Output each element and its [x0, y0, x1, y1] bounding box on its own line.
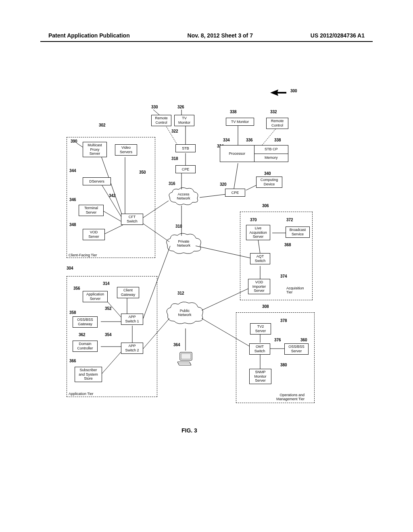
box-app-switch-1: APP Switch 1 [121, 314, 143, 325]
box-omt-switch: OMT Switch [249, 343, 270, 355]
ref-316: 316 [169, 181, 175, 186]
ref-342: 342 [109, 193, 116, 198]
box-app-switch-2: APP Switch 2 [121, 343, 143, 354]
tier-label-acquisition: Acquisition Tier [286, 286, 304, 294]
cloud-private-network: Private Network [165, 232, 203, 255]
box-cpe-1: CPE [175, 165, 196, 173]
cloud-public-network: Public Network [165, 300, 205, 325]
ref-366: 366 [69, 359, 76, 363]
ref-368: 368 [284, 243, 291, 247]
box-remote-control-2: Remote Control [266, 118, 288, 129]
ref-318: 318 [171, 156, 178, 161]
box-application-server: Application Server [83, 291, 108, 302]
ref-332: 332 [270, 110, 277, 114]
ref-310: 310 [175, 224, 182, 229]
ref-344: 344 [69, 168, 76, 173]
figure-label: FIG. 3 [181, 427, 197, 434]
tier-label-application: Application Tier [69, 392, 94, 396]
tier-label-operations: Operations and Management Tier [276, 393, 305, 401]
box-computing-device: Computing Device [256, 177, 282, 188]
svg-line-9 [200, 194, 226, 197]
box-processor: Processor [220, 145, 254, 162]
ref-338: 338 [230, 110, 237, 114]
ref-352: 352 [105, 306, 112, 311]
ref-330: 330 [151, 105, 158, 109]
ref-346: 346 [69, 197, 76, 202]
box-remote-control-1: Remote Control [151, 115, 171, 126]
svg-line-37 [153, 110, 159, 115]
box-oss-bss-server: OSS/BSS Server [284, 343, 309, 355]
ref-308: 308 [262, 304, 269, 309]
ref-350: 350 [139, 170, 146, 175]
header-rule [40, 41, 373, 42]
ref-334: 334 [223, 138, 230, 142]
header-center: Nov. 8, 2012 Sheet 3 of 7 [188, 32, 253, 39]
ref-312: 312 [177, 291, 184, 295]
box-broadcast-service: Broadcast Service [286, 227, 310, 238]
page: Patent Application Publication Nov. 8, 2… [0, 0, 413, 532]
header-left: Patent Application Publication [48, 32, 130, 39]
ref-364: 364 [173, 343, 180, 347]
box-vod-importer: VOD Importer Server [248, 279, 270, 294]
box-aqt-switch: AQT Switch [250, 253, 270, 264]
box-tv2-server: TV2 Server [250, 323, 271, 335]
box-memory: Memory [254, 154, 288, 162]
box-terminal-server: Terminal Server [79, 205, 104, 216]
ref-370: 370 [250, 218, 257, 222]
tier-operations [236, 312, 315, 403]
tier-label-client-facing: Client-Facing Tier [69, 253, 97, 257]
ref-314: 314 [103, 281, 110, 286]
ref-336: 336 [246, 138, 253, 142]
box-oss-bss-gateway: OSS/BSS Gateway [73, 316, 98, 328]
ref-300: 300 [290, 89, 297, 93]
box-vod-server: VOD Server [83, 229, 105, 240]
ref-362: 362 [79, 332, 86, 337]
ref-374: 374 [280, 274, 287, 278]
ref-354: 354 [105, 332, 112, 337]
box-stb-cp: STB CP [254, 145, 288, 154]
ref-322: 322 [171, 129, 178, 133]
box-dservers: DServers [83, 177, 111, 185]
ref-304: 304 [67, 266, 73, 270]
ref-340: 340 [264, 171, 271, 176]
cloud-access-network: Access Network [167, 186, 200, 206]
svg-line-1 [165, 125, 177, 145]
box-tv-monitor-1: TV Monitor [174, 115, 194, 126]
ref-372: 372 [286, 218, 293, 222]
box-snmp-monitor: SNMP Monitor Server [249, 369, 271, 384]
ref-338b: 338 [274, 138, 281, 142]
ref-326: 326 [177, 105, 184, 109]
ref-356: 356 [73, 286, 80, 291]
svg-line-7 [234, 163, 238, 189]
box-multicast-proxy: Multicast Proxy Server [83, 142, 107, 157]
ref-320: 320 [220, 182, 227, 187]
box-client-gateway: Client Gateway [117, 287, 139, 298]
diagram-area: 330 326 338 332 Remote Control TV Monito… [60, 81, 315, 415]
box-cft-switch: CFT Switch [121, 214, 143, 225]
ref-376: 376 [274, 338, 281, 342]
box-subscriber-store: Subscriber and System Store [75, 367, 102, 382]
ref-360: 360 [300, 338, 307, 342]
computer-icon [177, 351, 194, 367]
ref-378: 378 [280, 318, 287, 323]
ref-302: 302 [99, 123, 106, 127]
box-domain-controller: Domain Controller [73, 341, 98, 352]
page-header: Patent Application Publication Nov. 8, 2… [0, 32, 413, 39]
ref-306: 306 [262, 204, 269, 208]
header-right: US 2012/0284736 A1 [311, 32, 365, 39]
box-stb: STB [175, 144, 196, 152]
ref-348: 348 [69, 222, 76, 227]
box-tv-monitor-2: TV Monitor [226, 118, 254, 126]
box-cpe-2: CPE [225, 189, 245, 197]
ref-358: 358 [69, 310, 76, 315]
svg-rect-40 [181, 353, 191, 359]
ref-390: 390 [71, 139, 77, 143]
ref-380: 380 [280, 363, 287, 367]
box-video-servers: Video Servers [115, 144, 137, 156]
box-live-acq-server: Live Acquisition Server [246, 225, 270, 240]
box-stb2-group: Processor STB CP Memory [220, 145, 288, 162]
